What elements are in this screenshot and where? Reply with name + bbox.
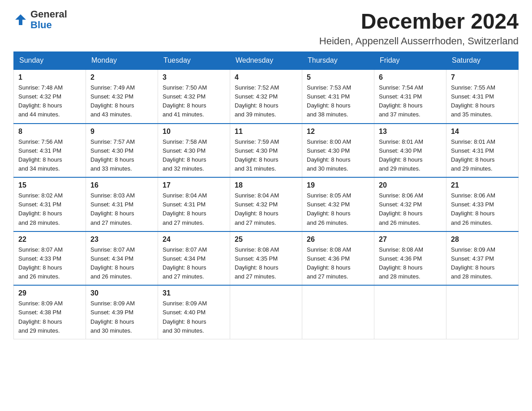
day-info: Sunrise: 7:59 AMSunset: 4:30 PMDaylight:… xyxy=(235,137,297,174)
col-header-monday: Monday xyxy=(86,52,158,70)
day-number: 17 xyxy=(163,181,225,189)
calendar-day-cell: 14Sunrise: 8:01 AMSunset: 4:31 PMDayligh… xyxy=(446,124,519,178)
day-number: 22 xyxy=(18,235,81,244)
calendar-week-row: 29Sunrise: 8:09 AMSunset: 4:38 PMDayligh… xyxy=(14,285,519,339)
calendar-day-cell: 23Sunrise: 8:07 AMSunset: 4:34 PMDayligh… xyxy=(86,231,158,286)
location-title: Heiden, Appenzell Ausserrhoden, Switzerl… xyxy=(319,35,519,47)
day-info: Sunrise: 7:56 AMSunset: 4:31 PMDaylight:… xyxy=(18,137,81,174)
calendar-week-row: 15Sunrise: 8:02 AMSunset: 4:31 PMDayligh… xyxy=(14,177,519,231)
calendar-day-cell: 31Sunrise: 8:09 AMSunset: 4:40 PMDayligh… xyxy=(158,285,230,339)
calendar-day-cell: 5Sunrise: 7:53 AMSunset: 4:31 PMDaylight… xyxy=(302,69,374,124)
empty-cell xyxy=(302,285,374,339)
month-title: December 2024 xyxy=(319,9,519,34)
day-number: 15 xyxy=(18,181,81,189)
day-number: 31 xyxy=(163,289,225,297)
day-info: Sunrise: 8:04 AMSunset: 4:32 PMDaylight:… xyxy=(235,191,297,227)
calendar-day-cell: 26Sunrise: 8:08 AMSunset: 4:36 PMDayligh… xyxy=(302,231,374,286)
day-number: 18 xyxy=(235,181,297,189)
day-info: Sunrise: 8:06 AMSunset: 4:32 PMDaylight:… xyxy=(379,191,442,227)
day-number: 16 xyxy=(90,181,153,189)
calendar-day-cell: 4Sunrise: 7:52 AMSunset: 4:32 PMDaylight… xyxy=(230,69,302,124)
day-info: Sunrise: 7:52 AMSunset: 4:32 PMDaylight:… xyxy=(235,83,297,120)
empty-cell xyxy=(446,285,519,339)
day-number: 6 xyxy=(379,73,442,81)
calendar-day-cell: 29Sunrise: 8:09 AMSunset: 4:38 PMDayligh… xyxy=(14,285,86,339)
day-number: 10 xyxy=(163,128,225,136)
calendar-day-cell: 8Sunrise: 7:56 AMSunset: 4:31 PMDaylight… xyxy=(14,124,86,178)
calendar-day-cell: 28Sunrise: 8:09 AMSunset: 4:37 PMDayligh… xyxy=(446,231,519,286)
calendar-day-cell: 15Sunrise: 8:02 AMSunset: 4:31 PMDayligh… xyxy=(14,177,86,231)
day-number: 4 xyxy=(235,73,297,81)
calendar-day-cell: 3Sunrise: 7:50 AMSunset: 4:32 PMDaylight… xyxy=(158,69,230,124)
calendar-day-cell: 7Sunrise: 7:55 AMSunset: 4:31 PMDaylight… xyxy=(446,69,519,124)
day-info: Sunrise: 7:50 AMSunset: 4:32 PMDaylight:… xyxy=(163,83,225,120)
day-number: 20 xyxy=(379,181,442,189)
logo-blue-text: Blue xyxy=(30,20,67,30)
day-info: Sunrise: 8:04 AMSunset: 4:31 PMDaylight:… xyxy=(163,191,225,227)
day-info: Sunrise: 8:08 AMSunset: 4:35 PMDaylight:… xyxy=(235,245,297,282)
day-info: Sunrise: 8:09 AMSunset: 4:37 PMDaylight:… xyxy=(451,245,514,282)
day-info: Sunrise: 8:07 AMSunset: 4:34 PMDaylight:… xyxy=(163,245,225,282)
calendar-header-row: SundayMondayTuesdayWednesdayThursdayFrid… xyxy=(14,52,519,70)
calendar-table: SundayMondayTuesdayWednesdayThursdayFrid… xyxy=(13,51,519,339)
col-header-friday: Friday xyxy=(374,52,446,70)
calendar-week-row: 8Sunrise: 7:56 AMSunset: 4:31 PMDaylight… xyxy=(14,124,519,178)
logo-icon xyxy=(13,13,28,27)
day-number: 8 xyxy=(18,128,81,136)
day-number: 23 xyxy=(90,235,153,244)
day-number: 13 xyxy=(379,128,442,136)
page-header: General Blue December 2024 Heiden, Appen… xyxy=(13,9,519,47)
day-info: Sunrise: 8:08 AMSunset: 4:36 PMDaylight:… xyxy=(307,245,369,282)
day-number: 21 xyxy=(451,181,514,189)
col-header-tuesday: Tuesday xyxy=(158,52,230,70)
day-info: Sunrise: 8:00 AMSunset: 4:30 PMDaylight:… xyxy=(307,137,369,174)
day-info: Sunrise: 8:09 AMSunset: 4:39 PMDaylight:… xyxy=(90,299,153,335)
day-info: Sunrise: 8:09 AMSunset: 4:38 PMDaylight:… xyxy=(18,299,81,335)
calendar-day-cell: 11Sunrise: 7:59 AMSunset: 4:30 PMDayligh… xyxy=(230,124,302,178)
calendar-week-row: 22Sunrise: 8:07 AMSunset: 4:33 PMDayligh… xyxy=(14,231,519,286)
logo-general-text: General xyxy=(30,9,67,20)
day-number: 19 xyxy=(307,181,369,189)
calendar-day-cell: 13Sunrise: 8:01 AMSunset: 4:30 PMDayligh… xyxy=(374,124,446,178)
calendar-day-cell: 24Sunrise: 8:07 AMSunset: 4:34 PMDayligh… xyxy=(158,231,230,286)
empty-cell xyxy=(230,285,302,339)
day-number: 24 xyxy=(163,235,225,244)
day-info: Sunrise: 8:03 AMSunset: 4:31 PMDaylight:… xyxy=(90,191,153,227)
calendar-day-cell: 12Sunrise: 8:00 AMSunset: 4:30 PMDayligh… xyxy=(302,124,374,178)
day-info: Sunrise: 7:54 AMSunset: 4:31 PMDaylight:… xyxy=(379,83,442,120)
day-info: Sunrise: 8:01 AMSunset: 4:30 PMDaylight:… xyxy=(379,137,442,174)
calendar-day-cell: 21Sunrise: 8:06 AMSunset: 4:33 PMDayligh… xyxy=(446,177,519,231)
day-number: 28 xyxy=(451,235,514,244)
calendar-week-row: 1Sunrise: 7:48 AMSunset: 4:32 PMDaylight… xyxy=(14,69,519,124)
day-info: Sunrise: 8:07 AMSunset: 4:33 PMDaylight:… xyxy=(18,245,81,282)
day-info: Sunrise: 7:53 AMSunset: 4:31 PMDaylight:… xyxy=(307,83,369,120)
calendar-day-cell: 9Sunrise: 7:57 AMSunset: 4:30 PMDaylight… xyxy=(86,124,158,178)
calendar-day-cell: 19Sunrise: 8:05 AMSunset: 4:32 PMDayligh… xyxy=(302,177,374,231)
day-number: 12 xyxy=(307,128,369,136)
calendar-day-cell: 20Sunrise: 8:06 AMSunset: 4:32 PMDayligh… xyxy=(374,177,446,231)
day-number: 3 xyxy=(163,73,225,81)
calendar-day-cell: 22Sunrise: 8:07 AMSunset: 4:33 PMDayligh… xyxy=(14,231,86,286)
day-number: 7 xyxy=(451,73,514,81)
calendar-day-cell: 27Sunrise: 8:08 AMSunset: 4:36 PMDayligh… xyxy=(374,231,446,286)
day-info: Sunrise: 8:05 AMSunset: 4:32 PMDaylight:… xyxy=(307,191,369,227)
logo: General Blue xyxy=(13,9,67,30)
day-number: 25 xyxy=(235,235,297,244)
day-info: Sunrise: 7:49 AMSunset: 4:32 PMDaylight:… xyxy=(90,83,153,120)
calendar-day-cell: 17Sunrise: 8:04 AMSunset: 4:31 PMDayligh… xyxy=(158,177,230,231)
col-header-saturday: Saturday xyxy=(446,52,519,70)
calendar-day-cell: 2Sunrise: 7:49 AMSunset: 4:32 PMDaylight… xyxy=(86,69,158,124)
day-info: Sunrise: 8:08 AMSunset: 4:36 PMDaylight:… xyxy=(379,245,442,282)
day-info: Sunrise: 8:07 AMSunset: 4:34 PMDaylight:… xyxy=(90,245,153,282)
day-info: Sunrise: 8:02 AMSunset: 4:31 PMDaylight:… xyxy=(18,191,81,227)
calendar-day-cell: 10Sunrise: 7:58 AMSunset: 4:30 PMDayligh… xyxy=(158,124,230,178)
day-info: Sunrise: 7:48 AMSunset: 4:32 PMDaylight:… xyxy=(18,83,81,120)
col-header-thursday: Thursday xyxy=(302,52,374,70)
day-number: 30 xyxy=(90,289,153,297)
calendar-day-cell: 16Sunrise: 8:03 AMSunset: 4:31 PMDayligh… xyxy=(86,177,158,231)
day-number: 14 xyxy=(451,128,514,136)
calendar-day-cell: 18Sunrise: 8:04 AMSunset: 4:32 PMDayligh… xyxy=(230,177,302,231)
day-info: Sunrise: 8:06 AMSunset: 4:33 PMDaylight:… xyxy=(451,191,514,227)
day-number: 11 xyxy=(235,128,297,136)
day-number: 1 xyxy=(18,73,81,81)
